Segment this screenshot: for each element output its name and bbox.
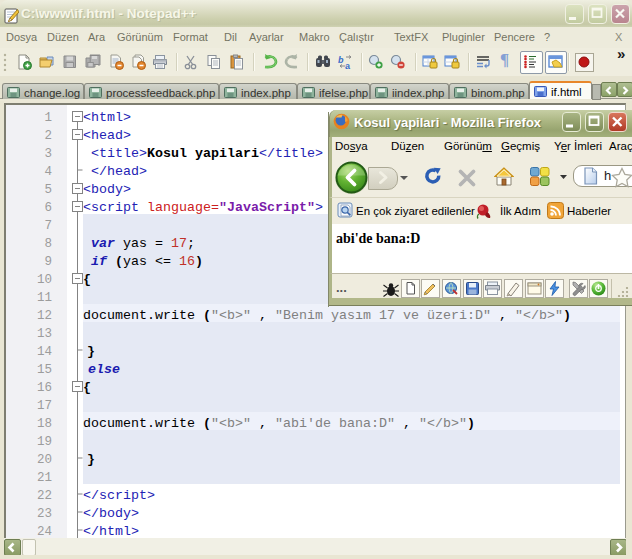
svg-text:b: b	[338, 55, 344, 65]
svg-text:a: a	[345, 61, 351, 70]
